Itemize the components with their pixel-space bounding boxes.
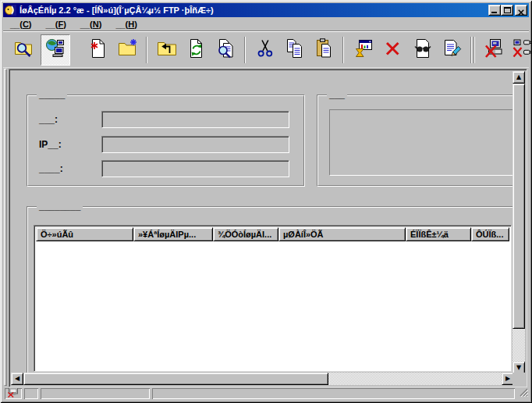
menu-item-n[interactable]: __(N) <box>73 18 109 30</box>
toolbar-separator <box>244 37 246 63</box>
copy-button[interactable] <box>280 34 310 66</box>
network-computers-icon <box>45 38 66 61</box>
edit-document-icon <box>442 38 463 61</box>
vertical-scrollbar[interactable]: ▲ ▼ <box>512 71 525 374</box>
scrollbar-corner <box>512 373 525 385</box>
column-header-online-time[interactable]: ÉÏÏßÊ±¼ä <box>406 227 471 241</box>
column-header-hostname[interactable]: Ö÷»úÃû <box>36 227 133 241</box>
resize-grip[interactable] <box>519 387 528 399</box>
scroll-up-button[interactable]: ▲ <box>512 71 525 84</box>
scheduled-tasks-button[interactable] <box>349 34 378 66</box>
status-bar <box>3 387 529 400</box>
copy-icon <box>285 38 305 61</box>
menu-item-c[interactable]: __(C) <box>3 18 39 30</box>
disconnect-host-button[interactable] <box>480 34 509 66</box>
new-folder-icon <box>118 38 138 61</box>
search-files-icon <box>216 38 236 61</box>
folder-search-icon <box>14 38 34 61</box>
cut-button[interactable] <box>250 34 280 66</box>
status-panel-detail <box>152 388 515 399</box>
vertical-scroll-thumb[interactable] <box>512 84 525 329</box>
new-file-icon <box>88 38 108 61</box>
scissors-icon <box>255 38 275 61</box>
new-file-button[interactable] <box>83 34 113 66</box>
folder-up-icon <box>157 38 177 61</box>
edit-notes-button[interactable] <box>438 34 467 66</box>
hosts-list: Ö÷»úÃû »¥ÁªÍøµÄIPµ... ¾ÖÓòÍøµÄI... µØÀíÎ… <box>34 225 512 372</box>
close-icon <box>518 7 524 18</box>
refresh-button[interactable] <box>182 34 211 66</box>
menu-item-f[interactable]: __(F) <box>39 18 73 30</box>
find-host-button[interactable] <box>9 34 39 66</box>
minimize-button[interactable] <box>488 5 501 16</box>
hourglass-window-icon <box>353 38 374 61</box>
up-arrow-icon: ▲ <box>516 74 521 80</box>
name-label: ___: <box>39 110 100 129</box>
toolbar-separator <box>342 37 344 63</box>
hosts-list-body[interactable] <box>36 241 509 369</box>
info-panel <box>329 109 514 176</box>
form-row: ____: <box>27 159 304 178</box>
paste-button[interactable] <box>310 34 339 66</box>
red-x-icon <box>383 38 403 61</box>
toolbar-separator <box>473 37 475 63</box>
refresh-icon <box>186 38 207 61</box>
ip-label: IP__: <box>39 135 100 154</box>
minimize-icon <box>491 12 497 13</box>
left-arrow-icon: ◀ <box>15 376 20 382</box>
title-bar[interactable]: ÍøÂçÉñÍµ 2.2 °æ - [ÍÑ»ú](Î´µÇÂ¼µ½ FTP ·þ… <box>3 3 529 17</box>
network-neighborhood-button[interactable] <box>41 34 70 66</box>
maximize-icon <box>504 7 511 13</box>
server-group-caption: _____ <box>37 89 67 100</box>
down-arrow-icon: ▼ <box>516 365 521 371</box>
window-title: ÍøÂçÉñÍµ 2.2 °æ - [ÍÑ»ú](Î´µÇÂ¼µ½ FTP ·þ… <box>20 5 488 15</box>
disconnected-plug-icon <box>512 38 532 61</box>
info-group-caption: ___ <box>327 89 347 100</box>
ip-field[interactable] <box>101 136 289 153</box>
form-pane: _____ ___: IP__: ____: ___ <box>11 71 514 374</box>
form-row: IP__: <box>27 135 304 154</box>
close-button[interactable] <box>515 5 527 16</box>
find-files-button[interactable] <box>211 34 241 66</box>
column-header-internet-ip[interactable]: »¥ÁªÍøµÄIPµ... <box>133 227 213 241</box>
app-icon[interactable] <box>5 4 17 16</box>
hosts-group-caption: ________ <box>37 201 83 212</box>
left-splitter[interactable] <box>4 69 7 386</box>
toolbar-separator <box>470 37 472 63</box>
column-header-location[interactable]: µØÀíÎ»ÖÃ <box>278 227 406 241</box>
glasses-document-icon <box>413 38 433 61</box>
hosts-list-header: Ö÷»úÃû »¥ÁªÍøµÄIPµ... ¾ÖÓòÍøµÄI... µØÀíÎ… <box>36 227 509 241</box>
application-window: ÍøÂçÉñÍµ 2.2 °æ - [ÍÑ»ú](Î´µÇÂ¼µ½ FTP ·þ… <box>0 0 532 403</box>
connection-status-panel <box>5 388 22 399</box>
horizontal-scroll-thumb[interactable] <box>23 373 328 385</box>
toolbar <box>3 31 529 68</box>
status-panel-small <box>24 388 38 399</box>
delete-button[interactable] <box>378 34 408 66</box>
form-row: ___: <box>27 110 304 129</box>
toolbar-separator <box>146 37 147 63</box>
horizontal-scrollbar[interactable]: ◀ ▶ <box>11 373 514 385</box>
disconnected-computer-icon <box>7 388 20 399</box>
disconnect-network-button[interactable] <box>509 34 532 66</box>
client-view: _____ ___: IP__: ____: ___ <box>9 69 527 387</box>
new-folder-button[interactable] <box>113 34 143 66</box>
disconnected-computer-icon <box>484 38 505 61</box>
column-header-online[interactable]: ÔÚÏß... <box>471 227 509 241</box>
menu-bar: __(C) __(F) __(N) __(H) <box>3 17 529 31</box>
info-groupbox: ___ <box>317 95 514 187</box>
paste-icon <box>314 38 335 61</box>
right-arrow-icon: ▶ <box>505 376 510 382</box>
view-log-button[interactable] <box>408 34 438 66</box>
status-panel-message <box>41 388 150 399</box>
name-field[interactable] <box>101 111 289 128</box>
up-folder-button[interactable] <box>152 34 182 66</box>
maximize-button[interactable] <box>501 5 513 16</box>
status-field[interactable] <box>101 160 289 177</box>
server-groupbox: _____ ___: IP__: ____: <box>27 95 305 187</box>
scroll-left-button[interactable]: ◀ <box>11 373 23 385</box>
status-label: ____: <box>39 159 100 178</box>
menu-item-h[interactable]: __(H) <box>108 18 144 30</box>
column-header-lan-ip[interactable]: ¾ÖÓòÍøµÄI... <box>213 227 278 241</box>
